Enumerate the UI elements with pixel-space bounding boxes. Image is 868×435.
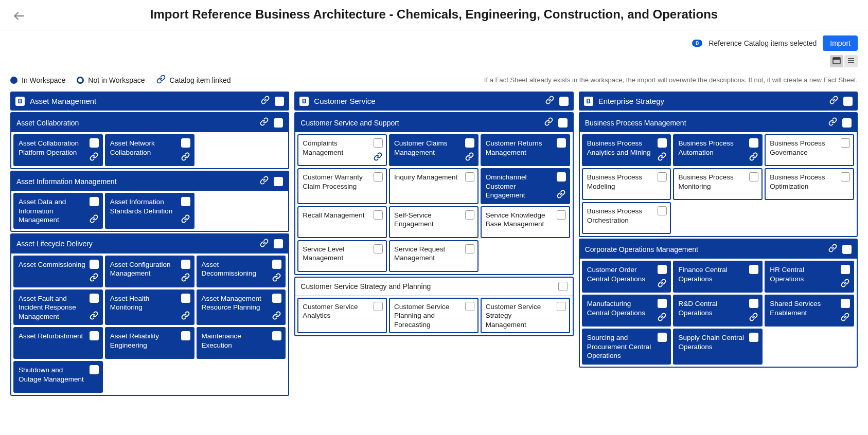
link-icon[interactable] bbox=[90, 311, 98, 322]
select-checkbox[interactable] bbox=[181, 331, 190, 340]
select-checkbox[interactable] bbox=[843, 97, 853, 106]
capability-card[interactable]: Complaints Management bbox=[297, 134, 387, 166]
select-checkbox[interactable] bbox=[557, 138, 566, 148]
capability-card[interactable]: Service Knowledge Base Management bbox=[481, 206, 570, 238]
select-checkbox[interactable] bbox=[557, 302, 566, 311]
capability-card[interactable]: Business Process Modeling bbox=[582, 168, 671, 200]
card-view-button[interactable] bbox=[830, 55, 843, 67]
capability-card[interactable]: Service Request Management bbox=[389, 240, 479, 272]
back-arrow-icon[interactable] bbox=[12, 9, 26, 25]
link-icon[interactable] bbox=[260, 239, 269, 249]
capability-card[interactable]: Customer Service Analytics bbox=[297, 298, 387, 334]
select-checkbox[interactable] bbox=[90, 294, 99, 303]
select-checkbox[interactable] bbox=[90, 197, 99, 206]
link-icon[interactable] bbox=[841, 313, 849, 324]
select-checkbox[interactable] bbox=[272, 294, 281, 303]
link-icon[interactable] bbox=[181, 214, 190, 226]
list-view-button[interactable] bbox=[844, 55, 858, 67]
select-checkbox[interactable] bbox=[841, 172, 850, 182]
select-checkbox[interactable] bbox=[90, 331, 99, 340]
select-checkbox[interactable] bbox=[374, 172, 383, 182]
select-checkbox[interactable] bbox=[465, 172, 474, 182]
link-icon[interactable] bbox=[658, 279, 666, 290]
select-checkbox[interactable] bbox=[749, 138, 758, 148]
capability-card[interactable]: Customer Claims Management bbox=[389, 134, 479, 166]
link-icon[interactable] bbox=[90, 152, 98, 164]
select-checkbox[interactable] bbox=[842, 118, 852, 128]
select-checkbox[interactable] bbox=[658, 299, 667, 308]
link-icon[interactable] bbox=[181, 273, 190, 284]
capability-card[interactable]: Asset Refurbishment bbox=[13, 327, 103, 359]
link-icon[interactable] bbox=[374, 152, 382, 164]
capability-card[interactable]: Service Level Management bbox=[297, 240, 387, 272]
select-checkbox[interactable] bbox=[181, 260, 190, 269]
import-button[interactable]: Import bbox=[823, 35, 858, 51]
link-icon[interactable] bbox=[841, 279, 849, 290]
link-icon[interactable] bbox=[829, 96, 838, 106]
link-icon[interactable] bbox=[828, 244, 837, 255]
capability-card[interactable]: Asset Health Monitoring bbox=[105, 289, 194, 325]
select-checkbox[interactable] bbox=[181, 294, 190, 303]
select-checkbox[interactable] bbox=[374, 210, 383, 220]
select-checkbox[interactable] bbox=[658, 333, 667, 342]
capability-card[interactable]: Asset Decommissioning bbox=[197, 256, 286, 287]
link-icon[interactable] bbox=[272, 311, 281, 322]
capability-card[interactable]: Business Process Governance bbox=[765, 134, 854, 166]
select-checkbox[interactable] bbox=[181, 197, 190, 206]
select-checkbox[interactable] bbox=[272, 331, 281, 340]
link-icon[interactable] bbox=[260, 117, 269, 128]
select-checkbox[interactable] bbox=[749, 265, 758, 274]
select-checkbox[interactable] bbox=[90, 138, 99, 148]
capability-card[interactable]: Asset Information Standards Definition bbox=[105, 193, 194, 229]
link-icon[interactable] bbox=[544, 117, 553, 128]
capability-card[interactable]: Sourcing and Procurement Central Operati… bbox=[582, 329, 671, 365]
select-checkbox[interactable] bbox=[749, 333, 758, 342]
select-checkbox[interactable] bbox=[465, 302, 474, 311]
capability-card[interactable]: Asset Collaboration Platform Operation bbox=[13, 134, 103, 166]
link-icon[interactable] bbox=[181, 152, 190, 164]
link-icon[interactable] bbox=[828, 117, 837, 128]
select-checkbox[interactable] bbox=[90, 365, 99, 374]
link-icon[interactable] bbox=[272, 273, 281, 284]
capability-card[interactable]: Recall Management bbox=[297, 206, 387, 238]
select-checkbox[interactable] bbox=[374, 244, 383, 253]
link-icon[interactable] bbox=[181, 311, 190, 322]
select-checkbox[interactable] bbox=[274, 239, 283, 248]
capability-card[interactable]: Business Process Analytics and Mining bbox=[582, 134, 671, 166]
capability-card[interactable]: Asset Fault and Incident Response Manage… bbox=[13, 289, 103, 325]
select-checkbox[interactable] bbox=[841, 265, 850, 274]
capability-card[interactable]: Customer Order Central Operations bbox=[582, 261, 671, 293]
select-checkbox[interactable] bbox=[275, 97, 284, 106]
capability-card[interactable]: Finance Central Operations bbox=[673, 261, 763, 293]
select-checkbox[interactable] bbox=[558, 118, 568, 128]
capability-card[interactable]: Maintenance Execution bbox=[197, 327, 286, 359]
capability-card[interactable]: Shared Services Enablement bbox=[765, 295, 854, 327]
select-checkbox[interactable] bbox=[841, 138, 850, 148]
select-checkbox[interactable] bbox=[749, 172, 758, 182]
capability-card[interactable]: Manufacturing Central Operations bbox=[582, 295, 671, 327]
select-checkbox[interactable] bbox=[658, 265, 667, 274]
select-checkbox[interactable] bbox=[749, 299, 758, 308]
capability-card[interactable]: Self-Service Engagement bbox=[389, 206, 479, 238]
select-checkbox[interactable] bbox=[558, 282, 568, 291]
link-icon[interactable] bbox=[90, 214, 98, 226]
capability-card[interactable]: Customer Warranty Claim Processing bbox=[297, 168, 387, 204]
capability-card[interactable]: Asset Data and Information Management bbox=[13, 193, 103, 229]
link-icon[interactable] bbox=[260, 176, 269, 187]
capability-card[interactable]: Business Process Monitoring bbox=[673, 168, 763, 200]
link-icon[interactable] bbox=[658, 313, 666, 324]
capability-card[interactable]: Shutdown and Outage Management bbox=[13, 361, 103, 393]
select-checkbox[interactable] bbox=[465, 244, 474, 253]
link-icon[interactable] bbox=[557, 190, 565, 201]
capability-card[interactable]: Asset Network Collaboration bbox=[105, 134, 194, 166]
select-checkbox[interactable] bbox=[658, 138, 667, 148]
capability-card[interactable]: Asset Configuration Management bbox=[105, 256, 194, 287]
select-checkbox[interactable] bbox=[559, 97, 569, 106]
link-icon[interactable] bbox=[465, 152, 474, 164]
select-checkbox[interactable] bbox=[465, 138, 474, 148]
capability-card[interactable]: Customer Service Strategy Management bbox=[481, 298, 570, 334]
select-checkbox[interactable] bbox=[557, 172, 566, 182]
capability-card[interactable]: R&D Central Operations bbox=[673, 295, 763, 327]
link-icon[interactable] bbox=[90, 273, 98, 284]
select-checkbox[interactable] bbox=[181, 138, 190, 148]
